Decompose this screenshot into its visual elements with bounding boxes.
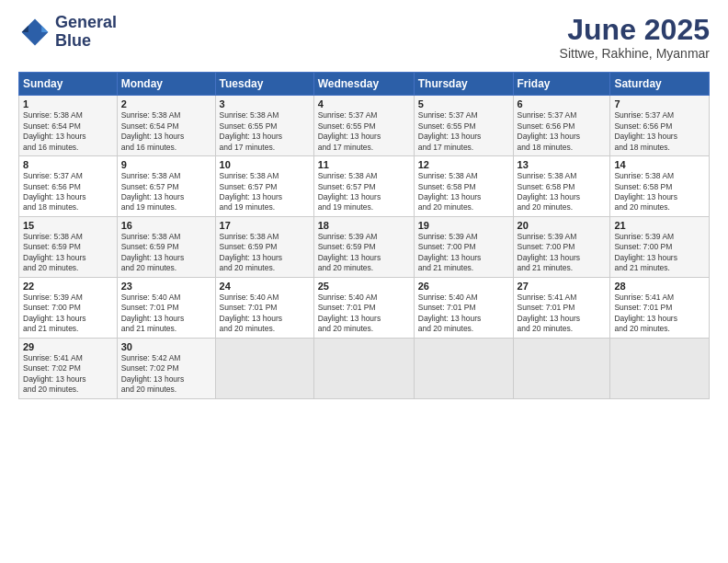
calendar-cell-w2-d1: 9Sunrise: 5:38 AM Sunset: 6:57 PM Daylig… xyxy=(117,156,215,217)
day-info: Sunrise: 5:38 AM Sunset: 6:59 PM Dayligh… xyxy=(220,232,310,274)
day-number: 21 xyxy=(614,220,705,231)
calendar-cell-w2-d0: 8Sunrise: 5:37 AM Sunset: 6:56 PM Daylig… xyxy=(19,156,118,217)
day-number: 13 xyxy=(518,159,607,170)
month-title: June 2025 xyxy=(560,14,710,46)
calendar-cell-w2-d6: 14Sunrise: 5:38 AM Sunset: 6:58 PM Dayli… xyxy=(610,156,710,217)
calendar-cell-w2-d5: 13Sunrise: 5:38 AM Sunset: 6:58 PM Dayli… xyxy=(513,156,610,217)
day-info: Sunrise: 5:38 AM Sunset: 6:54 PM Dayligh… xyxy=(121,110,211,153)
day-number: 9 xyxy=(121,159,211,170)
day-number: 24 xyxy=(220,281,310,292)
day-info: Sunrise: 5:37 AM Sunset: 6:56 PM Dayligh… xyxy=(614,110,705,153)
calendar-week-1: 1Sunrise: 5:38 AM Sunset: 6:54 PM Daylig… xyxy=(19,96,710,156)
calendar-cell-w5-d4 xyxy=(414,338,513,398)
day-info: Sunrise: 5:38 AM Sunset: 6:58 PM Dayligh… xyxy=(418,171,509,213)
header: General Blue June 2025 Sittwe, Rakhine, … xyxy=(18,14,710,61)
day-info: Sunrise: 5:40 AM Sunset: 7:01 PM Dayligh… xyxy=(121,293,211,335)
day-info: Sunrise: 5:38 AM Sunset: 6:57 PM Dayligh… xyxy=(121,171,211,213)
day-number: 7 xyxy=(614,98,705,109)
logo-line2: Blue xyxy=(55,32,117,51)
calendar-cell-w3-d4: 19Sunrise: 5:39 AM Sunset: 7:00 PM Dayli… xyxy=(414,216,513,277)
day-number: 27 xyxy=(518,281,607,292)
page: General Blue June 2025 Sittwe, Rakhine, … xyxy=(0,0,728,563)
calendar-header-row: Sunday Monday Tuesday Wednesday Thursday… xyxy=(19,73,710,96)
day-info: Sunrise: 5:38 AM Sunset: 6:54 PM Dayligh… xyxy=(23,110,113,153)
calendar-cell-w3-d6: 21Sunrise: 5:39 AM Sunset: 7:00 PM Dayli… xyxy=(610,216,710,277)
header-wednesday: Wednesday xyxy=(313,73,414,96)
calendar-cell-w5-d1: 30Sunrise: 5:42 AM Sunset: 7:02 PM Dayli… xyxy=(117,338,215,398)
day-info: Sunrise: 5:38 AM Sunset: 6:59 PM Dayligh… xyxy=(121,232,211,274)
day-number: 18 xyxy=(318,220,410,231)
day-number: 2 xyxy=(121,98,211,109)
calendar-cell-w4-d1: 23Sunrise: 5:40 AM Sunset: 7:01 PM Dayli… xyxy=(117,277,215,338)
day-number: 8 xyxy=(23,159,113,170)
day-info: Sunrise: 5:41 AM Sunset: 7:02 PM Dayligh… xyxy=(23,353,113,396)
calendar-cell-w1-d5: 6Sunrise: 5:37 AM Sunset: 6:56 PM Daylig… xyxy=(513,96,610,156)
calendar-week-5: 29Sunrise: 5:41 AM Sunset: 7:02 PM Dayli… xyxy=(19,338,710,398)
header-sunday: Sunday xyxy=(19,73,118,96)
calendar-cell-w3-d0: 15Sunrise: 5:38 AM Sunset: 6:59 PM Dayli… xyxy=(19,216,118,277)
calendar-cell-w5-d3 xyxy=(313,338,414,398)
day-info: Sunrise: 5:38 AM Sunset: 6:59 PM Dayligh… xyxy=(23,232,113,274)
day-number: 26 xyxy=(418,281,509,292)
calendar-cell-w2-d4: 12Sunrise: 5:38 AM Sunset: 6:58 PM Dayli… xyxy=(414,156,513,217)
calendar-cell-w4-d3: 25Sunrise: 5:40 AM Sunset: 7:01 PM Dayli… xyxy=(313,277,414,338)
calendar-cell-w1-d6: 7Sunrise: 5:37 AM Sunset: 6:56 PM Daylig… xyxy=(610,96,710,156)
logo-line1: General xyxy=(55,14,117,32)
header-friday: Friday xyxy=(513,73,610,96)
calendar-cell-w5-d0: 29Sunrise: 5:41 AM Sunset: 7:02 PM Dayli… xyxy=(19,338,118,398)
calendar-cell-w4-d2: 24Sunrise: 5:40 AM Sunset: 7:01 PM Dayli… xyxy=(215,277,313,338)
title-block: June 2025 Sittwe, Rakhine, Myanmar xyxy=(560,14,710,61)
day-info: Sunrise: 5:37 AM Sunset: 6:56 PM Dayligh… xyxy=(518,110,607,153)
day-info: Sunrise: 5:39 AM Sunset: 7:00 PM Dayligh… xyxy=(23,293,113,335)
logo-text: General Blue xyxy=(55,14,117,51)
day-number: 17 xyxy=(220,220,310,231)
day-info: Sunrise: 5:41 AM Sunset: 7:01 PM Dayligh… xyxy=(614,293,705,335)
day-info: Sunrise: 5:40 AM Sunset: 7:01 PM Dayligh… xyxy=(418,293,509,335)
calendar-cell-w5-d2 xyxy=(215,338,313,398)
calendar-cell-w1-d4: 5Sunrise: 5:37 AM Sunset: 6:55 PM Daylig… xyxy=(414,96,513,156)
calendar-cell-w3-d2: 17Sunrise: 5:38 AM Sunset: 6:59 PM Dayli… xyxy=(215,216,313,277)
day-info: Sunrise: 5:38 AM Sunset: 6:57 PM Dayligh… xyxy=(318,171,410,213)
calendar-cell-w5-d6 xyxy=(610,338,710,398)
calendar-cell-w4-d6: 28Sunrise: 5:41 AM Sunset: 7:01 PM Dayli… xyxy=(610,277,710,338)
day-number: 28 xyxy=(614,281,705,292)
calendar-cell-w2-d3: 11Sunrise: 5:38 AM Sunset: 6:57 PM Dayli… xyxy=(313,156,414,217)
day-number: 14 xyxy=(614,159,705,170)
calendar-cell-w4-d0: 22Sunrise: 5:39 AM Sunset: 7:00 PM Dayli… xyxy=(19,277,118,338)
day-info: Sunrise: 5:38 AM Sunset: 6:57 PM Dayligh… xyxy=(220,171,310,213)
day-number: 19 xyxy=(418,220,509,231)
calendar-cell-w1-d1: 2Sunrise: 5:38 AM Sunset: 6:54 PM Daylig… xyxy=(117,96,215,156)
logo-icon xyxy=(18,16,51,49)
day-info: Sunrise: 5:40 AM Sunset: 7:01 PM Dayligh… xyxy=(318,293,410,335)
day-info: Sunrise: 5:39 AM Sunset: 7:00 PM Dayligh… xyxy=(518,232,607,274)
calendar-cell-w4-d5: 27Sunrise: 5:41 AM Sunset: 7:01 PM Dayli… xyxy=(513,277,610,338)
header-monday: Monday xyxy=(117,73,215,96)
header-tuesday: Tuesday xyxy=(215,73,313,96)
calendar-cell-w1-d0: 1Sunrise: 5:38 AM Sunset: 6:54 PM Daylig… xyxy=(19,96,118,156)
calendar-table: Sunday Monday Tuesday Wednesday Thursday… xyxy=(18,72,710,398)
calendar-week-2: 8Sunrise: 5:37 AM Sunset: 6:56 PM Daylig… xyxy=(19,156,710,217)
day-number: 29 xyxy=(23,341,113,352)
day-number: 30 xyxy=(121,341,211,352)
day-info: Sunrise: 5:41 AM Sunset: 7:01 PM Dayligh… xyxy=(518,293,607,335)
header-saturday: Saturday xyxy=(610,73,710,96)
day-info: Sunrise: 5:38 AM Sunset: 6:58 PM Dayligh… xyxy=(614,171,705,213)
day-number: 23 xyxy=(121,281,211,292)
day-info: Sunrise: 5:40 AM Sunset: 7:01 PM Dayligh… xyxy=(220,293,310,335)
calendar-cell-w1-d3: 4Sunrise: 5:37 AM Sunset: 6:55 PM Daylig… xyxy=(313,96,414,156)
calendar-week-3: 15Sunrise: 5:38 AM Sunset: 6:59 PM Dayli… xyxy=(19,216,710,277)
day-number: 11 xyxy=(318,159,410,170)
day-number: 6 xyxy=(518,98,607,109)
logo: General Blue xyxy=(18,14,117,51)
day-number: 3 xyxy=(220,98,310,109)
header-thursday: Thursday xyxy=(414,73,513,96)
calendar-cell-w3-d3: 18Sunrise: 5:39 AM Sunset: 6:59 PM Dayli… xyxy=(313,216,414,277)
day-number: 25 xyxy=(318,281,410,292)
day-info: Sunrise: 5:39 AM Sunset: 6:59 PM Dayligh… xyxy=(318,232,410,274)
calendar-cell-w4-d4: 26Sunrise: 5:40 AM Sunset: 7:01 PM Dayli… xyxy=(414,277,513,338)
day-number: 12 xyxy=(418,159,509,170)
day-number: 22 xyxy=(23,281,113,292)
day-number: 20 xyxy=(518,220,607,231)
calendar-cell-w2-d2: 10Sunrise: 5:38 AM Sunset: 6:57 PM Dayli… xyxy=(215,156,313,217)
day-number: 10 xyxy=(220,159,310,170)
